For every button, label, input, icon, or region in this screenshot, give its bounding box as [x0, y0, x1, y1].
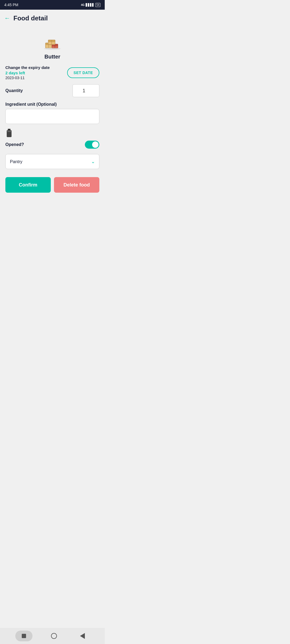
delete-food-button[interactable]: Delete food [54, 177, 99, 193]
opened-label: Opened? [5, 142, 24, 147]
container-icon [5, 129, 99, 139]
confirm-button[interactable]: Confirm [5, 177, 51, 193]
ingredient-unit-section: Ingredient unit (Optional) [5, 102, 99, 124]
status-bar: 4:45 PM 4G ▋▋▋▋ 54 [0, 0, 105, 10]
quantity-section: Quantity [5, 84, 99, 97]
opened-section: Opened? [5, 129, 99, 149]
header: ← Food detail [0, 10, 105, 25]
set-date-button[interactable]: SET DATE [67, 67, 99, 78]
food-icon [43, 35, 62, 51]
quantity-input[interactable] [73, 84, 99, 97]
action-buttons: Confirm Delete food [5, 177, 99, 193]
back-button[interactable]: ← [4, 15, 10, 22]
expiry-date: 2023-03-11 [5, 76, 50, 80]
signal-type: 4G [81, 3, 85, 6]
toggle-slider [85, 141, 99, 149]
expiry-section: Change the expiry date 2 days left 2023-… [5, 65, 99, 80]
svg-point-9 [44, 47, 61, 50]
ingredient-unit-input[interactable] [5, 109, 99, 124]
storage-wrapper: Pantry Fridge Freezer ⌄ [5, 154, 99, 169]
quantity-label: Quantity [5, 88, 23, 93]
signal-bars: ▋▋▋▋ [86, 3, 94, 7]
opened-row: Opened? [5, 141, 99, 149]
food-name: Butter [5, 54, 99, 60]
content-area: Butter Change the expiry date 2 days lef… [0, 25, 105, 226]
expiry-label: Change the expiry date [5, 65, 50, 70]
page-title: Food detail [13, 14, 48, 22]
svg-rect-12 [7, 131, 11, 132]
expiry-info: Change the expiry date 2 days left 2023-… [5, 65, 50, 80]
storage-dropdown[interactable]: Pantry Fridge Freezer [5, 154, 99, 169]
battery-icon: 54 [95, 3, 100, 7]
svg-rect-10 [8, 129, 10, 130]
status-time: 4:45 PM [4, 3, 18, 7]
expiry-days: 2 days left [5, 71, 50, 75]
ingredient-unit-label: Ingredient unit (Optional) [5, 102, 99, 107]
status-icons: 4G ▋▋▋▋ 54 [81, 3, 100, 7]
storage-section: Pantry Fridge Freezer ⌄ [5, 154, 99, 169]
food-icon-area [5, 30, 99, 54]
opened-toggle[interactable] [85, 141, 99, 149]
